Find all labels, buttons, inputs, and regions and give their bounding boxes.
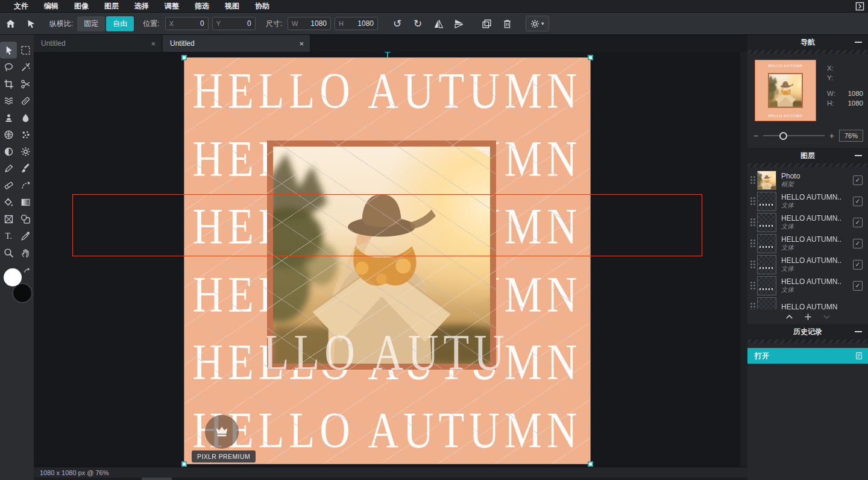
layer-visibility-checkbox[interactable]: ✓ (853, 281, 863, 291)
height-input[interactable]: H 1080 (335, 17, 378, 30)
redo-icon[interactable]: ↻ (411, 17, 424, 30)
tool-brush-icon[interactable] (17, 160, 34, 177)
layer-row-6[interactable]: HELLO AUTUMN..文体✓ (747, 275, 868, 296)
delete-icon[interactable] (500, 17, 514, 30)
menu-item-5[interactable]: 选择 (127, 0, 157, 12)
tool-blur-icon[interactable] (17, 109, 34, 126)
tool-liquify-icon[interactable] (0, 92, 17, 109)
menu-item-4[interactable]: 图层 (96, 0, 127, 12)
layers-collapse-icon[interactable] (855, 155, 862, 156)
tool-adjust-icon[interactable] (17, 143, 34, 160)
tool-clone-stamp-icon[interactable] (0, 109, 17, 126)
tool-lasso-icon[interactable] (0, 58, 17, 75)
zoom-slider-thumb[interactable] (779, 132, 787, 140)
layer-visibility-checkbox[interactable]: ✓ (853, 260, 863, 270)
y-input[interactable]: Y 0 (212, 17, 256, 30)
undo-icon[interactable]: ↺ (391, 17, 404, 30)
layer-row-2[interactable]: HELLO AUTUMN..文体✓ (747, 191, 868, 212)
photo-frame[interactable] (267, 141, 496, 370)
tool-zoom-icon[interactable] (0, 244, 17, 261)
layer-up-icon[interactable] (785, 312, 794, 321)
tool-marquee-icon[interactable] (17, 42, 34, 58)
x-input[interactable]: X 0 (165, 17, 209, 30)
tool-text-icon[interactable]: T. (0, 227, 17, 244)
tool-frame-icon[interactable] (0, 210, 17, 227)
menu-item-1[interactable]: 文件 (6, 0, 36, 12)
layer-row-1[interactable]: Photo框架✓ (747, 169, 868, 191)
menu-item-9[interactable]: 协助 (247, 0, 277, 12)
flip-vertical-icon[interactable] (452, 17, 465, 30)
tool-sponge-icon[interactable] (17, 126, 34, 143)
layer-visibility-checkbox[interactable]: ✓ (853, 218, 863, 227)
zoom-value[interactable]: 76% (839, 130, 863, 142)
navigator-thumbnail[interactable]: HELLO AUTUMNHELLO AUTUMNHELLO AUTUMNHELL… (755, 60, 816, 121)
aspect-fixed-button[interactable]: 固定 (77, 16, 105, 31)
duplicate-icon[interactable] (480, 17, 493, 30)
layer-row-5[interactable]: HELLO AUTUMN..文体✓ (747, 254, 868, 275)
arrange-pointer-icon[interactable] (24, 17, 37, 30)
horizontal-scrollbar[interactable] (34, 478, 747, 480)
tool-scissors-icon[interactable] (17, 75, 34, 92)
premium-crown-icon[interactable] (205, 415, 239, 449)
canvas[interactable]: HELLO AUTUMNHELLO AUTUMNHELLO AUTUMNHELL… (184, 57, 591, 464)
menu-item-7[interactable]: 筛选 (187, 0, 217, 12)
tab-2[interactable]: Untitled× (163, 35, 310, 52)
layer-row-4[interactable]: HELLO AUTUMN..文体✓ (747, 233, 868, 254)
layer-drag-handle[interactable] (750, 260, 756, 269)
tool-hand-icon[interactable] (17, 244, 34, 261)
layer-down-icon[interactable] (822, 312, 831, 321)
rotation-handle[interactable] (385, 52, 391, 52)
add-layer-icon[interactable] (804, 312, 813, 321)
aspect-free-button[interactable]: 自由 (106, 16, 134, 31)
menu-item-3[interactable]: 图像 (66, 0, 96, 12)
history-item-1[interactable]: 打开 (747, 348, 868, 364)
navigator-collapse-icon[interactable] (855, 42, 862, 43)
menu-item-8[interactable]: 视图 (217, 0, 247, 12)
tool-shape-icon[interactable] (17, 210, 34, 227)
layer-visibility-checkbox[interactable]: ✓ (853, 239, 863, 248)
width-input[interactable]: W 1080 (288, 17, 331, 30)
layer-visibility-checkbox[interactable]: ✓ (853, 175, 863, 185)
panel-expand-icon[interactable] (855, 2, 864, 11)
tool-gradient-icon[interactable] (17, 194, 34, 210)
layer-drag-handle[interactable] (750, 175, 756, 185)
tool-eyedropper-icon[interactable] (17, 227, 34, 244)
tool-magic-wand-icon[interactable] (17, 58, 34, 75)
document-info: 1080 x 1080 px @ 76% (40, 469, 109, 476)
layer-visibility-checkbox[interactable]: ✓ (853, 197, 863, 206)
zoom-out-button[interactable]: − (753, 131, 758, 140)
home-button[interactable] (4, 17, 17, 30)
tool-dodge-burn-icon[interactable] (0, 143, 17, 160)
tool-crop-icon[interactable] (0, 75, 17, 92)
settings-gear-button[interactable]: ▾ (526, 16, 549, 31)
photo (273, 147, 490, 364)
layer-drag-handle[interactable] (750, 218, 756, 227)
tab-1[interactable]: Untitled× (34, 35, 162, 52)
tool-pen-icon[interactable] (0, 160, 17, 177)
tool-fill-icon[interactable] (0, 194, 17, 210)
flip-horizontal-icon[interactable] (432, 17, 445, 30)
menu-item-6[interactable]: 调整 (157, 0, 187, 12)
swap-colors-icon[interactable] (23, 267, 31, 276)
menu-item-2[interactable]: 编辑 (36, 0, 66, 12)
layer-row-3[interactable]: HELLO AUTUMN..文体✓ (747, 212, 868, 233)
layer-drag-handle[interactable] (750, 302, 756, 309)
tool-eraser-icon[interactable] (0, 177, 17, 194)
tool-pixelate-icon[interactable] (0, 126, 17, 143)
layer-drag-handle[interactable] (750, 197, 756, 206)
vertical-scrollbar[interactable] (740, 52, 747, 467)
tab-close-icon[interactable]: × (293, 39, 304, 48)
zoom-in-button[interactable]: + (829, 131, 834, 140)
zoom-slider[interactable] (763, 135, 825, 136)
foreground-color-swatch[interactable] (4, 268, 22, 286)
tool-select-icon[interactable] (0, 42, 17, 58)
layer-row-7[interactable]: HELLO AUTUMN (747, 296, 868, 309)
history-collapse-icon[interactable] (855, 331, 862, 332)
horizontal-scrollbar-thumb[interactable] (142, 478, 172, 480)
layer-name: HELLO AUTUMN.. (781, 193, 853, 201)
tool-heal-icon[interactable] (17, 92, 34, 109)
layer-drag-handle[interactable] (750, 281, 756, 290)
tab-close-icon[interactable]: × (145, 39, 156, 48)
tool-smudge-icon[interactable] (17, 177, 34, 194)
layer-drag-handle[interactable] (750, 239, 756, 248)
